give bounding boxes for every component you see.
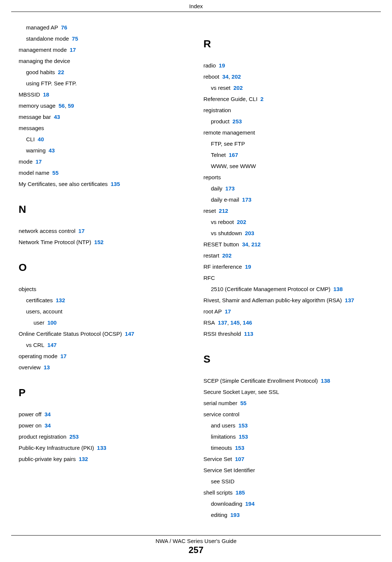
page-reference-link[interactable]: 203 [245,230,254,236]
page-reference-link[interactable]: 132 [79,456,88,462]
index-entry-text: reports [204,174,221,180]
page-reference-link[interactable]: 34 [45,422,51,429]
index-entry: vs shutdown203 [204,229,374,238]
section-letter: O [19,262,189,274]
index-entry-text: RF interference [204,263,242,270]
page-reference-link[interactable]: 17 [60,353,67,359]
page-reference-link[interactable]: 59 [68,102,74,109]
index-entry-text: management mode [19,47,67,53]
page-reference-link[interactable]: 194 [245,501,255,507]
page-reference-link[interactable]: 43 [54,114,60,120]
index-entry-text: vs reset [211,85,231,91]
index-entry-text: product [211,118,230,124]
page-reference-link[interactable]: 153 [235,445,244,451]
index-entry-text: product registration [19,433,66,440]
page-reference-link[interactable]: 173 [225,185,235,192]
index-entry-text: RESET button [204,241,239,247]
index-entry: RESET button34, 212 [204,240,374,249]
page-reference-link[interactable]: 212 [219,208,228,214]
page-reference-link[interactable]: 2 [261,96,264,102]
page-reference-link[interactable]: 76 [61,24,67,31]
index-entry-text: downloading [211,501,242,507]
page-reference-link[interactable]: 107 [235,456,244,462]
page-reference-link[interactable]: 34 [44,411,51,417]
page-reference-link[interactable]: 113 [244,331,253,337]
page-reference-link[interactable]: 212 [251,241,261,247]
page-reference-link[interactable]: 43 [49,147,55,154]
index-entry-text: users, account [26,308,63,315]
page-reference-link[interactable]: 153 [238,422,248,429]
index-entry-text: model name [19,170,50,176]
page-reference-link[interactable]: 202 [233,85,243,91]
page-reference-link[interactable]: 253 [233,118,242,124]
index-entry: service control [204,410,374,419]
page-reference-link[interactable]: 22 [58,69,64,75]
page-reference-link[interactable]: 185 [236,489,245,496]
page-reference-link[interactable]: 133 [97,445,106,451]
page-reference-link[interactable]: 153 [239,433,248,440]
page-reference-link[interactable]: 100 [47,319,57,326]
page-reference-link[interactable]: 19 [219,62,225,69]
index-entry-text: Network Time Protocol (NTP) [19,239,91,245]
index-left-column: managed AP76standalone mode75management … [19,23,189,522]
index-entry-text: objects [19,286,36,292]
page-reference-link[interactable]: 145 [230,319,240,326]
page-reference-link[interactable]: 34 [242,241,248,247]
page-reference-link[interactable]: 202 [222,252,232,259]
page-reference-link[interactable]: 17 [79,228,85,234]
page-reference-link[interactable]: 17 [225,308,231,315]
index-entry-text: registration [204,107,231,113]
index-entry: using FTP. See FTP. [19,79,189,88]
page-reference-link[interactable]: 167 [229,152,238,158]
index-entry-text: vs CRL [26,342,44,348]
page-reference-link[interactable]: 17 [70,47,76,53]
page-reference-link[interactable]: 75 [72,35,78,42]
page-reference-link[interactable]: 146 [243,319,252,326]
page-reference-link[interactable]: 13 [44,364,50,370]
index-entry-text: MBSSID [19,91,40,98]
page-reference-link[interactable]: 138 [333,286,342,292]
index-entry: users, account [19,307,189,316]
index-entry: power on34 [19,421,189,430]
page-reference-link[interactable]: 202 [232,73,241,80]
page-reference-link[interactable]: 147 [47,342,57,348]
index-entry-text: Rivest, Shamir and Adleman public-key al… [204,297,342,303]
page-reference-link[interactable]: 17 [36,158,42,165]
index-entry: registration [204,106,374,115]
page-reference-link[interactable]: 253 [69,433,79,440]
page-reference-link[interactable]: 56 [58,102,65,109]
index-entry-text: RSA [204,319,215,326]
page-reference-link[interactable]: 34 [222,73,229,80]
page-reference-link[interactable]: 132 [56,297,65,303]
page-reference-link[interactable]: 137 [345,297,354,303]
page-reference-link[interactable]: 55 [240,400,246,406]
index-entry: Service Set107 [204,455,374,464]
page-reference-link[interactable]: 193 [230,512,240,518]
index-entry: good habits22 [19,68,189,77]
page-reference-link[interactable]: 135 [111,181,120,187]
page-reference-link[interactable]: 137 [218,319,227,326]
page-reference-link[interactable]: 55 [52,170,59,176]
index-entry: RFC [204,274,374,282]
section-letter: S [204,353,374,365]
page-reference-link[interactable]: 152 [94,239,103,245]
index-entry-text: CLI [26,136,35,142]
page-header: Index [11,0,381,12]
index-entry-text: FTP, see FTP [211,140,245,147]
index-entry: shell scripts185 [204,488,374,497]
page-reference-link[interactable]: 40 [38,136,44,142]
index-entry: objects [19,285,189,294]
section-letter: P [19,387,189,399]
index-entry: remote management [204,128,374,137]
page-reference-link[interactable]: 18 [43,91,50,98]
index-entry: reset212 [204,206,374,215]
page-reference-link[interactable]: 173 [242,196,251,203]
index-entry: 2510 (Certificate Management Protocol or… [204,285,374,294]
page-reference-link[interactable]: 138 [321,378,330,384]
page-reference-link[interactable]: 147 [125,331,134,337]
index-entry: RSA137, 145, 146 [204,318,374,327]
page-reference-link[interactable]: 19 [245,263,251,270]
index-entry: warning43 [19,146,189,155]
page-reference-link[interactable]: 202 [237,219,246,225]
index-entry-text: My Certificates, see also certificates [19,181,108,187]
